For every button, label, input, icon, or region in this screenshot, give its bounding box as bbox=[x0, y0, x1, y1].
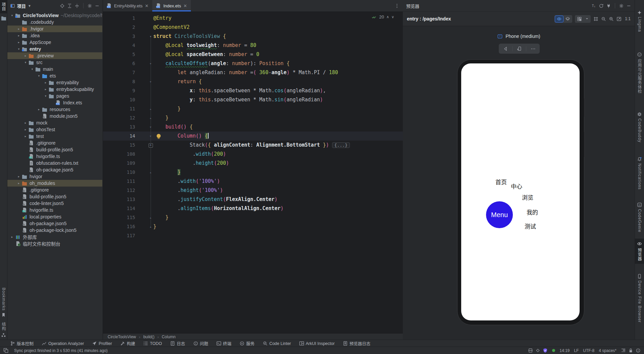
code-line[interactable]: 13▾ build() { bbox=[103, 122, 403, 132]
gear-icon[interactable] bbox=[87, 3, 92, 8]
bottom-bar-item-预览器日志[interactable]: 预览器日志 bbox=[343, 340, 371, 347]
left-strip-item[interactable] bbox=[0, 13, 7, 23]
encoding[interactable]: UTF-8 bbox=[583, 348, 594, 353]
tree-item[interactable]: ▸mock bbox=[7, 119, 102, 126]
chevron-down-icon[interactable]: ▾ bbox=[9, 14, 15, 17]
tree-item[interactable]: ▸.idea bbox=[7, 32, 102, 39]
tree-item[interactable]: ▸entrybackupability bbox=[7, 86, 102, 93]
tree-item[interactable]: ▾ets bbox=[7, 72, 102, 79]
bottom-bar-item-Operation Analyzer[interactable]: Operation Analyzer bbox=[42, 341, 84, 346]
bottom-bar-item-ArkUI Inspector[interactable]: ArkUI Inspector bbox=[299, 341, 335, 346]
code-line[interactable]: 115▴ } bbox=[103, 213, 403, 222]
tree-item[interactable]: {}code-linter.json5 bbox=[7, 200, 102, 207]
code-line[interactable]: 110▴ } bbox=[103, 168, 403, 177]
zoom-out-icon[interactable] bbox=[601, 16, 606, 21]
minimize-icon[interactable] bbox=[95, 3, 100, 8]
chevron-right-icon[interactable]: ▸ bbox=[16, 41, 21, 44]
line-ending[interactable]: LF bbox=[574, 348, 579, 353]
code-line[interactable]: 117 bbox=[103, 231, 403, 240]
chevron-right-icon[interactable]: ▸ bbox=[9, 235, 15, 239]
chevron-right-icon[interactable]: ▸ bbox=[16, 175, 21, 178]
plug-icon[interactable] bbox=[606, 3, 611, 8]
chevron-right-icon[interactable]: ▸ bbox=[23, 128, 28, 131]
left-strip-item-结构[interactable]: 结构 bbox=[0, 320, 7, 340]
code-line[interactable]: 111 .width('100%') bbox=[103, 177, 403, 186]
code-line[interactable]: 8▾ return { bbox=[103, 77, 403, 86]
bottom-bar-item-日志[interactable]: 日志 bbox=[170, 340, 185, 347]
breadcrumb-item[interactable]: build() bbox=[143, 335, 154, 339]
right-strip-item-Device File Browser[interactable]: Device File Browser bbox=[635, 271, 644, 325]
tree-item[interactable]: ▾pages bbox=[7, 93, 102, 99]
inspect-icon[interactable] bbox=[555, 16, 563, 22]
chevron-right-icon[interactable]: ▸ bbox=[16, 34, 21, 37]
tree-item[interactable]: ▸外部库 bbox=[7, 234, 102, 240]
status-message[interactable]: Sync project finished in 3 s 530 ms (41 … bbox=[14, 348, 108, 353]
chevron-right-icon[interactable]: ▸ bbox=[23, 135, 28, 138]
expand-all-icon[interactable] bbox=[67, 3, 72, 8]
chevron-down-icon[interactable] bbox=[584, 16, 590, 21]
tree-item[interactable]: obfuscation-rules.txt bbox=[7, 160, 102, 166]
right-strip-item-预览器[interactable]: 预览器 bbox=[635, 239, 644, 264]
chevron-down-icon[interactable]: ▾ bbox=[30, 67, 35, 71]
tree-item[interactable]: TShvigorfile.ts bbox=[7, 207, 102, 213]
code-line[interactable]: 4 @Local toolweight: number = 80 bbox=[103, 41, 403, 50]
chevron-down-icon[interactable]: ▾ bbox=[43, 94, 48, 98]
tree-item[interactable]: ▾main bbox=[7, 66, 102, 72]
rotate-icon[interactable] bbox=[512, 46, 526, 51]
chevron-right-icon[interactable]: ▸ bbox=[43, 88, 48, 91]
collapse-all-icon[interactable] bbox=[74, 3, 79, 8]
chevron-right-icon[interactable]: ▸ bbox=[16, 27, 21, 31]
bottom-bar-item-TODO[interactable]: TODO bbox=[143, 341, 162, 346]
fit-screen-icon[interactable] bbox=[616, 16, 622, 21]
bottom-bar-item-问题[interactable]: 问题 bbox=[193, 340, 208, 347]
indent-icon[interactable] bbox=[621, 348, 626, 353]
tab-EntryAbility.ets[interactable]: ETSEntryAbility.ets✕ bbox=[103, 0, 152, 11]
tree-item[interactable]: ▸.hvigor bbox=[7, 26, 102, 32]
code-line[interactable]: 15+ Stack({ alignContent: Alignment.Bott… bbox=[103, 141, 403, 150]
code-line[interactable]: 113 .justifyContent(FlexAlign.Center) bbox=[103, 195, 403, 204]
more-icon[interactable] bbox=[526, 46, 540, 51]
refresh-icon[interactable] bbox=[599, 3, 604, 8]
code-line[interactable]: 2@ComponentV2 bbox=[103, 23, 403, 32]
right-strip-item-CodeBuddy[interactable]: CodeBuddy bbox=[635, 109, 644, 145]
bottom-bar-item-Code Linter[interactable]: Code Linter bbox=[263, 341, 291, 346]
code-line[interactable]: 1@Entry bbox=[103, 14, 403, 23]
code-line[interactable]: 108 .width(200) bbox=[103, 150, 403, 159]
notify-icon[interactable] bbox=[636, 348, 641, 353]
indent-setting[interactable]: 4 spaces* bbox=[599, 348, 616, 353]
tree-item[interactable]: ▸entryability bbox=[7, 79, 102, 86]
tree-item[interactable]: {}oh-package-lock.json5 bbox=[7, 227, 102, 234]
tree-item[interactable]: ▸hvigor bbox=[7, 173, 102, 180]
tree-item[interactable]: ▸AppScope bbox=[7, 39, 102, 46]
tree-item[interactable]: ▸resources bbox=[7, 106, 102, 113]
inspection-widget[interactable]: 20 ∧ ∨ bbox=[371, 14, 394, 19]
shield-icon[interactable] bbox=[543, 348, 548, 353]
zoom-ratio[interactable]: 1:1 bbox=[625, 16, 631, 21]
scan-icon[interactable] bbox=[528, 348, 533, 353]
menu-button[interactable]: Menu bbox=[486, 201, 513, 228]
prev-problem-arrow[interactable]: ∧ bbox=[386, 15, 389, 19]
zoom-in-icon[interactable] bbox=[609, 16, 614, 21]
code-editor[interactable]: 20 ∧ ∨ 1@Entry2@ComponentV23▾struct Circ… bbox=[103, 12, 403, 333]
layers-icon[interactable] bbox=[564, 16, 572, 22]
tree-item[interactable]: ▾CircleToolsView~/Desktop/mycode/harmony… bbox=[7, 12, 102, 19]
bottom-bar-item-构建[interactable]: 构建 bbox=[120, 340, 135, 347]
bottom-bar-item-终端[interactable]: 终端 bbox=[216, 340, 231, 347]
code-line[interactable]: 9 x: this.spaceBetween * Math.cos(angleR… bbox=[103, 86, 403, 95]
tree-item[interactable]: .gitignore bbox=[7, 187, 102, 193]
back-icon[interactable] bbox=[499, 46, 512, 51]
locate-icon[interactable] bbox=[60, 3, 65, 8]
bottom-bar-item-版本控制[interactable]: 版本控制 bbox=[10, 340, 34, 347]
tree-item[interactable]: {}module.json5 bbox=[7, 113, 102, 119]
tree-item[interactable]: {}oh-package.json5 bbox=[7, 166, 102, 173]
tree-item[interactable]: ▸oh_modules bbox=[7, 180, 102, 187]
chevron-down-icon[interactable]: ▼ bbox=[28, 4, 31, 8]
tree-item[interactable]: {}build-profile.json5 bbox=[7, 146, 102, 153]
chevron-right-icon[interactable]: ▸ bbox=[36, 108, 42, 111]
code-line[interactable]: 116▴} bbox=[103, 222, 403, 231]
tree-item[interactable]: ▸test bbox=[7, 133, 102, 140]
code-line[interactable]: 114 .alignItems(HorizontalAlign.Center) bbox=[103, 204, 403, 213]
tree-item[interactable]: ▾src bbox=[7, 59, 102, 66]
kebab-icon[interactable] bbox=[394, 3, 399, 8]
frame-icon[interactable] bbox=[593, 16, 598, 21]
